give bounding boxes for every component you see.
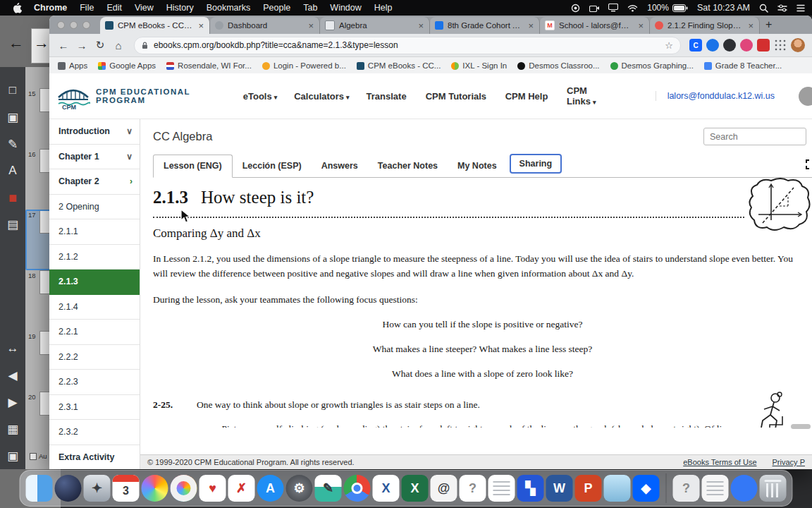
- footer-link[interactable]: Privacy P: [773, 458, 805, 466]
- dock-icon[interactable]: [171, 475, 197, 502]
- bookmark-item[interactable]: Desmos Graphing...: [610, 61, 694, 70]
- zoom-button[interactable]: [82, 21, 90, 29]
- menu-item[interactable]: View: [128, 0, 160, 16]
- tab-close-icon[interactable]: ×: [637, 20, 644, 31]
- toc-item[interactable]: 2.3.2: [49, 420, 140, 445]
- nav-item[interactable]: Calculators▾: [294, 91, 349, 102]
- dock-icon[interactable]: X: [373, 475, 400, 502]
- menu-clock[interactable]: Sat 10:23 AM: [697, 3, 750, 13]
- toc-item[interactable]: 2.1.2: [49, 245, 140, 270]
- apple-menu[interactable]: [7, 3, 27, 13]
- annotation-back-arrow[interactable]: ←: [8, 34, 24, 52]
- bookmark-item[interactable]: Desmos Classroo...: [517, 61, 599, 70]
- scrollbar-thumb[interactable]: [791, 424, 811, 429]
- bookmark-item[interactable]: Apps: [58, 61, 87, 70]
- toc-item[interactable]: 2 Opening: [49, 195, 140, 220]
- reload-button[interactable]: ↻: [93, 39, 107, 52]
- dock-icon[interactable]: ✗: [228, 475, 255, 502]
- notification-center-icon[interactable]: [796, 4, 805, 12]
- dock-icon[interactable]: A: [257, 475, 284, 502]
- nav-item[interactable]: CPM Tutorials: [426, 91, 488, 102]
- control-center-icon[interactable]: [777, 4, 787, 12]
- toc-item[interactable]: 2.2.1: [49, 320, 140, 345]
- footer-link[interactable]: eBooks Terms of Use: [683, 458, 756, 466]
- tab-close-icon[interactable]: ×: [527, 20, 534, 31]
- dock-icon[interactable]: [142, 475, 168, 502]
- tab-close-icon[interactable]: ×: [307, 20, 314, 31]
- annotation-tool-icon[interactable]: ▶: [0, 389, 25, 416]
- tab-close-icon[interactable]: ×: [747, 20, 754, 31]
- content-tab[interactable]: Teacher Notes: [368, 155, 448, 177]
- back-button[interactable]: ←: [56, 40, 70, 52]
- bookmark-item[interactable]: Grade 8 Teacher...: [704, 61, 782, 70]
- toc-item[interactable]: 2.1.4: [49, 295, 140, 320]
- profile-avatar[interactable]: [791, 38, 805, 52]
- dock-icon[interactable]: [604, 475, 631, 502]
- content-tab[interactable]: My Notes: [448, 155, 507, 177]
- nav-item[interactable]: CPM Links▾: [567, 85, 619, 107]
- toc-item[interactable]: Chapter 1 ∨: [49, 145, 140, 170]
- dock-icon[interactable]: ♥: [199, 475, 226, 502]
- browser-tab[interactable]: Algebra ×: [320, 17, 430, 34]
- annotation-forward-arrow[interactable]: →: [34, 34, 49, 52]
- annotation-tool-icon[interactable]: ◀: [0, 362, 25, 389]
- annotation-tool-icon[interactable]: ■: [0, 184, 25, 211]
- annotation-tool-icon[interactable]: ✎: [0, 131, 25, 157]
- dock-icon[interactable]: [702, 475, 729, 502]
- adblock-extension-icon[interactable]: [757, 39, 770, 52]
- screen-record-icon[interactable]: [571, 4, 580, 13]
- account-avatar[interactable]: [799, 87, 812, 106]
- dock-icon[interactable]: @: [431, 475, 457, 502]
- dock-icon[interactable]: [26, 475, 53, 502]
- clever-extension-icon[interactable]: C: [689, 39, 702, 52]
- camera-icon[interactable]: [589, 4, 599, 12]
- close-button[interactable]: [57, 21, 65, 29]
- annotation-tool-icon[interactable]: ▣: [0, 104, 25, 131]
- address-bar[interactable]: ebooks.cpm.org/bookdb.php?title=cca&name…: [134, 37, 681, 54]
- wifi-icon[interactable]: [627, 4, 638, 12]
- toc-item[interactable]: Extra Activity: [49, 445, 140, 470]
- dock-icon[interactable]: ✎: [315, 475, 342, 502]
- dock-icon[interactable]: ?: [460, 475, 486, 502]
- menu-item[interactable]: Help: [368, 0, 399, 16]
- dock-icon[interactable]: [731, 475, 758, 502]
- dock-icon[interactable]: ✦: [84, 475, 111, 502]
- nav-item[interactable]: Translate: [367, 91, 409, 102]
- dock-icon[interactable]: P: [575, 475, 602, 502]
- browser-tab[interactable]: CPM eBooks - CC Algeb... ×: [100, 17, 210, 34]
- blue-extension-icon[interactable]: [706, 39, 719, 52]
- bookmark-star-icon[interactable]: ☆: [665, 40, 673, 51]
- new-tab-button[interactable]: +: [765, 18, 772, 31]
- toc-item[interactable]: Chapter 2 ›: [49, 169, 140, 195]
- battery-indicator[interactable]: 100%: [647, 3, 688, 13]
- bookmark-item[interactable]: CPM eBooks - CC...: [357, 61, 441, 70]
- browser-tab[interactable]: 2.1.2 Finding Slope CCA ×: [650, 17, 760, 34]
- account-link[interactable]: lalors@fonddulac.k12.wi.us: [656, 91, 775, 101]
- forward-button[interactable]: →: [75, 40, 89, 52]
- tab-close-icon[interactable]: ×: [197, 20, 204, 31]
- bookmark-item[interactable]: Google Apps: [98, 61, 156, 70]
- bookmark-item[interactable]: Rosendale, WI For...: [166, 61, 252, 70]
- annotation-tool-icon[interactable]: A: [0, 157, 25, 184]
- bookmark-item[interactable]: Login - Powered b...: [262, 61, 346, 70]
- dock-icon[interactable]: [760, 475, 787, 502]
- menu-item[interactable]: File: [73, 0, 100, 16]
- home-button[interactable]: ⌂: [111, 40, 125, 52]
- pink-extension-icon[interactable]: [740, 39, 753, 52]
- menu-item[interactable]: Chrome: [27, 0, 73, 16]
- content-tab[interactable]: Lesson (ENG): [153, 155, 233, 178]
- toc-item[interactable]: Introduction ∨: [49, 119, 140, 145]
- dock-icon[interactable]: ▚: [517, 475, 544, 502]
- content-tab[interactable]: Sharing: [510, 154, 562, 174]
- dock-icon[interactable]: [344, 475, 371, 502]
- tab-close-icon[interactable]: ×: [417, 20, 424, 31]
- bookmark-item[interactable]: IXL - Sign In: [451, 61, 507, 70]
- browser-tab[interactable]: Dashboard ×: [210, 17, 320, 34]
- browser-tab[interactable]: 8th Grade Cohort A Wee... ×: [430, 17, 540, 34]
- dock-icon[interactable]: 3: [113, 475, 140, 502]
- toc-item[interactable]: 2.1.3: [49, 270, 140, 295]
- search-input[interactable]: [703, 128, 806, 145]
- dock-icon[interactable]: W: [546, 475, 573, 502]
- fullscreen-icon[interactable]: [806, 159, 812, 172]
- spotlight-icon[interactable]: [759, 4, 768, 13]
